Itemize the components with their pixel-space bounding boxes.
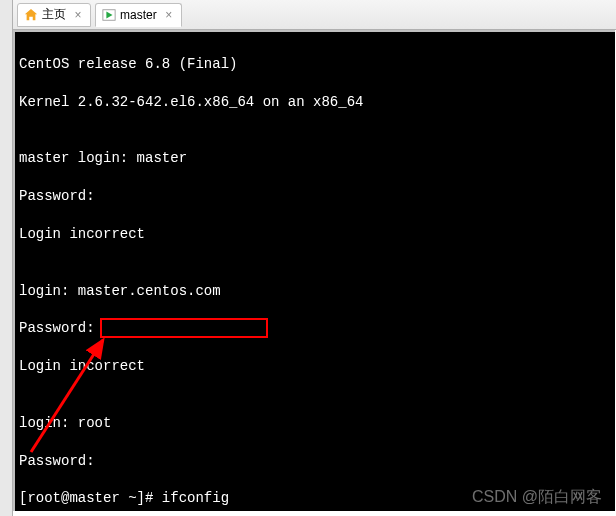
terminal-line: Password: (19, 452, 611, 471)
tab-master-label: master (120, 8, 157, 22)
home-icon (24, 8, 38, 22)
close-icon[interactable]: × (163, 9, 175, 21)
terminal-line: login: master.centos.com (19, 282, 611, 301)
terminal-line: Login incorrect (19, 357, 611, 376)
arrow-annotation (21, 332, 121, 462)
terminal-line: login: root (19, 414, 611, 433)
terminal-line: Password: (19, 187, 611, 206)
tab-bar: 主页 × master × (13, 0, 616, 30)
close-icon[interactable]: × (72, 9, 84, 21)
terminal-line: Kernel 2.6.32-642.el6.x86_64 on an x86_6… (19, 93, 611, 112)
watermark: CSDN @陌白网客 (472, 487, 602, 508)
play-icon (102, 8, 116, 22)
terminal-line: Password: (19, 319, 611, 338)
content-area: 主页 × master × CentOS release 6.8 (Final)… (13, 0, 616, 516)
tab-home-label: 主页 (42, 6, 66, 23)
left-sidebar (0, 0, 13, 516)
terminal-line: master login: master (19, 149, 611, 168)
tab-home[interactable]: 主页 × (17, 3, 91, 27)
tab-master[interactable]: master × (95, 3, 182, 27)
terminal-line: CentOS release 6.8 (Final) (19, 55, 611, 74)
terminal-output[interactable]: CentOS release 6.8 (Final) Kernel 2.6.32… (13, 30, 615, 511)
terminal-line: Login incorrect (19, 225, 611, 244)
